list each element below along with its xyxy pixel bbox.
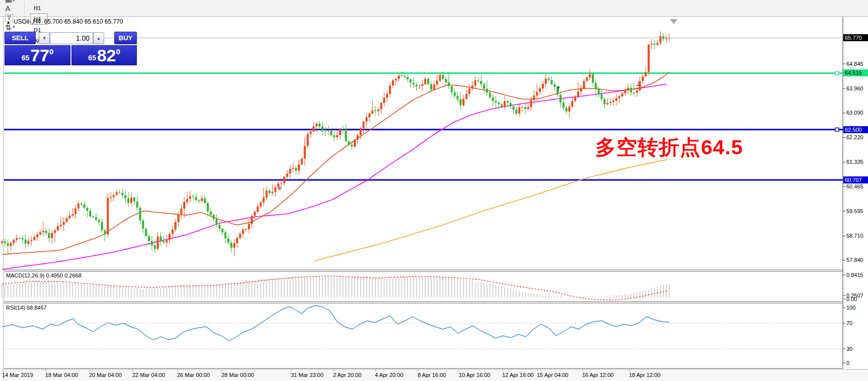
date-axis-label[interactable]: 2 Apr 20:00: [333, 372, 361, 378]
price-tick-label: 60.465: [846, 183, 863, 190]
date-axis-label[interactable]: 10 Apr 16:00: [459, 372, 490, 378]
rsi-tick-label: 0: [846, 360, 849, 366]
date-axis-label[interactable]: 20 Mar 04:00: [89, 372, 122, 378]
date-axis-label[interactable]: 31 Mar 23:00: [291, 372, 324, 378]
symbol-period-label: USOil-,H4: [14, 18, 41, 25]
rsi-tick-label: 30: [846, 346, 852, 352]
sell-price-prefix: 65: [22, 54, 30, 62]
buy-button[interactable]: BUY: [114, 32, 137, 44]
spinner-up-icon: ▲: [97, 36, 101, 41]
sell-button[interactable]: SELL: [5, 32, 36, 44]
date-axis-label[interactable]: 8 Apr 16:00: [418, 372, 446, 378]
volume-input[interactable]: [50, 32, 93, 44]
price-tick-label: 57.840: [846, 257, 863, 263]
price-line-badge: 62.500: [843, 126, 868, 133]
rsi-pane: [2, 306, 843, 349]
date-axis-label[interactable]: 12 Apr 16:00: [502, 372, 533, 378]
volume-decrease-button[interactable]: ▼: [39, 32, 50, 44]
sell-price-sup: 0: [49, 47, 53, 56]
price-tick-label: 64.845: [846, 61, 863, 67]
volume-increase-button[interactable]: ▲: [93, 32, 104, 44]
price-tick-label: 58.710: [846, 233, 863, 239]
trade-marker-icon: †: [557, 85, 560, 92]
trade-marker-icon: +: [277, 185, 282, 192]
price-tick-label: 59.595: [846, 208, 863, 215]
macd-pane: [2, 276, 669, 300]
buy-price-display[interactable]: 65 82 0: [71, 45, 137, 65]
price-tick-label: 62.220: [846, 134, 863, 141]
buy-price-prefix: 65: [88, 54, 96, 62]
rsi-indicator-label: RSI(14) 68.8457: [6, 305, 47, 311]
rsi-tick-label: 70: [846, 320, 852, 327]
date-axis-label[interactable]: 18 Apr 12:00: [629, 372, 660, 378]
chart-title: ▲USOil-,H4 65.700 65.840 65.610 65.770: [6, 18, 123, 25]
date-axis-label[interactable]: 4 Apr 20:00: [375, 372, 403, 378]
price-line-badge: 60.707: [843, 176, 868, 183]
date-axis-label[interactable]: 22 Mar 04:00: [132, 372, 165, 378]
trend-annotation[interactable]: 多空转折点64.5: [595, 134, 743, 161]
one-click-trading-panel: SELL ▼ ▲ BUY 65 77 0 65 82 0: [4, 29, 137, 65]
hline-handle[interactable]: [835, 128, 839, 131]
trade-markers: +†⊥: [277, 80, 641, 192]
price-line-badge: 65.770: [843, 34, 868, 41]
macd-tick-label: 0.8415: [846, 272, 863, 278]
spinner-down-icon: ▼: [42, 36, 47, 41]
axis-ticks: [3, 38, 845, 371]
hline-handle[interactable]: [835, 71, 839, 75]
price-tick-label: 63.960: [846, 85, 863, 92]
macd-tick-label: 0.00: [846, 296, 857, 303]
date-axis-label[interactable]: 16 Apr 12:00: [582, 372, 613, 378]
price-tick-label: 61.335: [846, 159, 863, 165]
buy-price-sup: 0: [116, 47, 120, 56]
sell-price-big: 77: [30, 47, 49, 64]
chart-shift-marker-icon[interactable]: [670, 19, 678, 24]
date-axis-label[interactable]: 28 Mar 00:00: [221, 372, 254, 378]
rsi-tick-label: 100: [846, 305, 855, 311]
trade-marker-icon: ⊥: [636, 80, 641, 87]
price-tick-label: 63.090: [846, 110, 863, 116]
date-axis-label[interactable]: 15 Apr 04:00: [537, 372, 568, 378]
macd-indicator-label: MACD(12,26,9) 0.4950 0.2668: [6, 272, 82, 278]
ma-slow-line: [314, 159, 668, 261]
buy-price-big: 82: [97, 47, 116, 64]
date-axis-label[interactable]: 14 Mar 2019: [2, 372, 33, 378]
collapse-panel-icon[interactable]: ▲: [6, 20, 11, 25]
price-line-badge: 64.515: [843, 69, 868, 76]
ohlc-values: 65.700 65.840 65.610 65.770: [44, 18, 123, 25]
horizontal-lines: [4, 71, 843, 180]
date-axis-label[interactable]: 26 Mar 00:00: [177, 372, 210, 378]
sell-price-display[interactable]: 65 77 0: [5, 45, 70, 65]
date-axis-label[interactable]: 18 Mar 04:00: [45, 372, 78, 378]
